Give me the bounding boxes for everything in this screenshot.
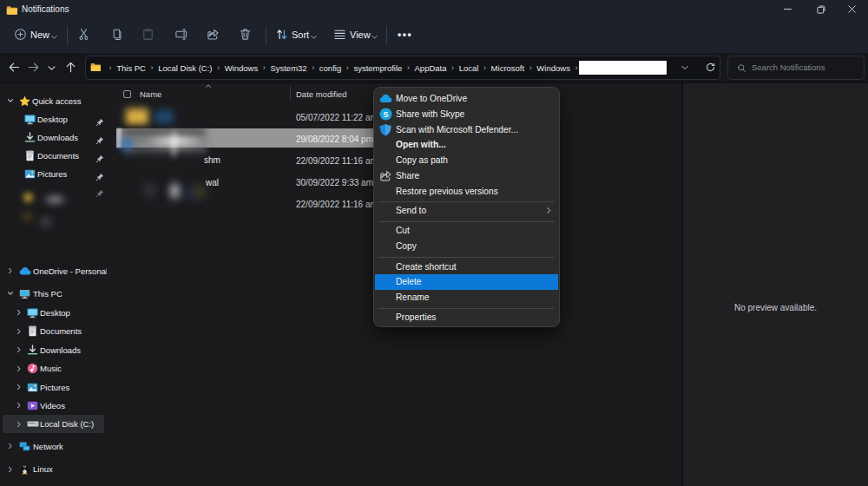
svg-text:S: S	[383, 110, 388, 119]
